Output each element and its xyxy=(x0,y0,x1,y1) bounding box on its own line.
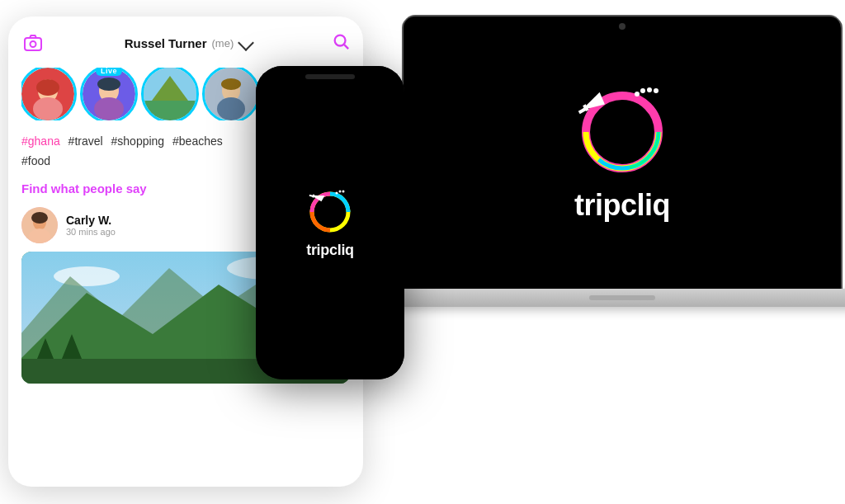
laptop-logo: tripcliq xyxy=(573,82,672,223)
phone-logo-circle xyxy=(305,187,355,237)
phone-brand-name: tripcliq xyxy=(306,242,354,259)
svg-point-42 xyxy=(339,190,342,192)
svg-point-53 xyxy=(647,87,652,92)
post-author-name: Carly W. xyxy=(66,214,281,227)
svg-point-52 xyxy=(640,88,645,93)
svg-point-54 xyxy=(654,88,659,93)
post-avatar xyxy=(21,207,58,243)
post-timestamp: 30 mins ago xyxy=(66,227,281,237)
hashtag-shopping[interactable]: #shopping xyxy=(111,134,165,148)
svg-point-2 xyxy=(335,35,346,46)
story-item[interactable] xyxy=(205,68,257,120)
laptop-camera xyxy=(619,23,625,30)
search-icon[interactable] xyxy=(332,32,350,54)
live-badge: Live xyxy=(96,68,122,76)
svg-point-28 xyxy=(54,266,120,286)
tablet-header: Russel Turner (me) xyxy=(21,31,350,54)
story-item[interactable]: Live xyxy=(83,68,135,120)
story-item[interactable] xyxy=(21,68,74,120)
svg-point-51 xyxy=(635,92,640,97)
hashtag-travel[interactable]: #travel xyxy=(68,134,103,148)
main-scene: Russel Turner (me) xyxy=(0,0,845,504)
svg-point-1 xyxy=(31,41,36,47)
laptop-base xyxy=(382,289,846,307)
hashtag-ghana[interactable]: #ghana xyxy=(21,134,60,148)
svg-point-26 xyxy=(31,212,48,224)
laptop-screen: tripcliq xyxy=(404,16,841,289)
story-item[interactable] xyxy=(144,68,196,120)
svg-point-43 xyxy=(342,190,345,192)
phone-device: tripcliq xyxy=(256,66,404,379)
svg-point-41 xyxy=(336,191,338,194)
laptop-logo-circle xyxy=(573,82,672,181)
svg-line-3 xyxy=(344,45,348,49)
post-info: Carly W. 30 mins ago xyxy=(66,214,281,237)
chevron-down-icon xyxy=(238,35,254,51)
laptop-brand-name: tripcliq xyxy=(574,188,670,223)
phone-screen: tripcliq xyxy=(256,66,404,379)
camera-icon[interactable] xyxy=(21,31,45,54)
hashtag-beaches[interactable]: #beaches xyxy=(172,134,223,148)
laptop-device: tripcliq xyxy=(404,16,841,330)
header-username: Russel Turner (me) xyxy=(125,36,252,50)
hashtag-food[interactable]: #food xyxy=(21,154,50,167)
phone-logo: tripcliq xyxy=(305,187,355,259)
svg-rect-0 xyxy=(25,38,41,50)
